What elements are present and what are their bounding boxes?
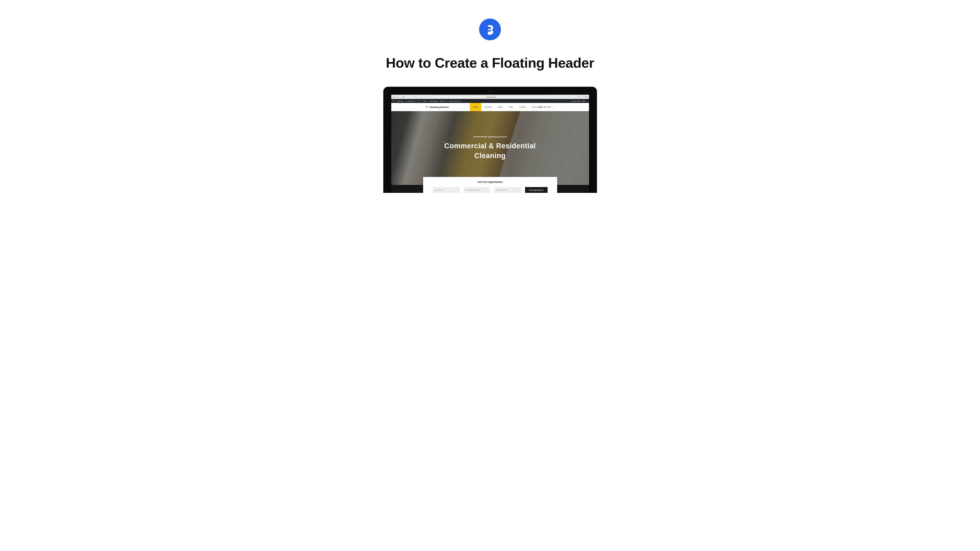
nav-services[interactable]: Services (481, 103, 495, 111)
wp-site-name: Blocksy (398, 100, 404, 102)
hero-section: ↖ Professional cleaning services Commerc… (391, 111, 589, 193)
wp-new-label: New (424, 100, 427, 102)
brush-icon: ✎ (406, 100, 407, 102)
site-name: Cleaning Service (430, 106, 449, 108)
comment-icon: 🗨 (417, 100, 418, 102)
page-container: How to Create a Floating Header ◫ ▾ ‹ › … (0, 0, 980, 551)
appointment-form: Your Name * Your Phone Number * Select S… (433, 187, 547, 193)
browser-toolbar: ◫ ▾ ‹ › ◐ blocksy.local ⟳ ⇪ + ⊞ (391, 95, 589, 99)
url-bar[interactable]: blocksy.local (435, 95, 547, 98)
service-placeholder: Select Service * (496, 189, 508, 191)
site-header: ✦. Cleaning Service Home Services About … (391, 103, 589, 111)
edit-icon: ✎ (429, 100, 430, 102)
sparkle-icon: ✦. (426, 106, 428, 108)
wp-howdy-link[interactable]: Howdy, admin (571, 100, 585, 102)
hero: ↖ Professional cleaning services Commerc… (391, 111, 589, 185)
header-right: Call us: (123) 4567 890 ⌕ (532, 106, 555, 108)
wp-admin-right: Howdy, admin ⌕ (571, 100, 587, 102)
wp-search-icon[interactable]: ⌕ (586, 100, 587, 102)
tabs-icon[interactable]: ⊞ (585, 96, 587, 98)
wp-howdy-label: Howdy, admin (571, 100, 581, 102)
cursor-icon: ↖ (444, 141, 445, 143)
wp-admin-bar: ⓦ ⌂ Blocksy ✎ Customize 🗨 0 + (391, 99, 589, 103)
wp-customize-link[interactable]: ✎ Customize (406, 100, 415, 102)
new-tab-icon[interactable]: + (583, 96, 584, 98)
wp-wpforms-link[interactable]: WPForms (440, 100, 447, 102)
sidebar-toggle-icon[interactable]: ◫ (393, 96, 395, 98)
call-us-text: Call us: (123) 4567 890 (532, 106, 551, 108)
wp-edit-page-link[interactable]: ✎ Edit Page (429, 100, 438, 102)
book-appointment-button[interactable]: Book Appointment (525, 187, 547, 193)
forward-icon[interactable]: › (401, 96, 402, 98)
url-text: blocksy.local (486, 96, 496, 98)
chevron-down-icon: ▾ (519, 189, 519, 191)
browser-nav-controls: ◫ ▾ ‹ › (393, 96, 402, 98)
page-title: How to Create a Floating Header (386, 55, 594, 71)
name-input[interactable]: Your Name * (433, 187, 460, 193)
appointment-title: Get Free Appointment (433, 181, 547, 183)
phone-placeholder: Your Phone Number * (466, 189, 481, 191)
hero-title-line2: Cleaning (444, 151, 536, 160)
wp-site-link[interactable]: ⌂ Blocksy (396, 100, 404, 102)
hero-subtitle: Professional cleaning services (444, 135, 536, 138)
service-select[interactable]: Select Service * ▾ (494, 187, 521, 193)
monitor-frame: ◫ ▾ ‹ › ◐ blocksy.local ⟳ ⇪ + ⊞ (383, 87, 597, 193)
main-nav: Home Services About Blog Contact (470, 103, 529, 111)
wp-edit-page-label: Edit Page (431, 100, 438, 102)
hero-content: Professional cleaning services Commercia… (444, 135, 536, 160)
hero-title: Commercial & Residential Cleaning (444, 141, 536, 160)
hero-title-line1: Commercial & Residential (444, 141, 536, 151)
call-rest: ) 4567 890 (542, 106, 551, 108)
back-icon[interactable]: ‹ (399, 96, 400, 98)
nav-about[interactable]: About (495, 103, 506, 111)
call-prefix: Call us: (532, 106, 538, 108)
blocksy-logo (479, 19, 501, 40)
screen: ◫ ▾ ‹ › ◐ blocksy.local ⟳ ⇪ + ⊞ (391, 95, 589, 193)
search-icon[interactable]: ⌕ (553, 106, 555, 108)
plus-icon: + (422, 100, 423, 102)
monitor-camera (489, 91, 491, 92)
nav-blog[interactable]: Blog (506, 103, 516, 111)
share-icon[interactable]: ⇪ (580, 96, 582, 98)
wp-hooks-link[interactable]: Hooks Locations (449, 100, 461, 102)
blocksy-logo-icon (485, 24, 495, 35)
reload-icon[interactable]: ⟳ (578, 96, 579, 98)
call-bold: (123 (538, 106, 542, 108)
home-icon: ⌂ (396, 100, 398, 102)
site-logo[interactable]: ✦. Cleaning Service (426, 106, 449, 108)
wp-customize-label: Customize (407, 100, 415, 102)
avatar-icon (583, 100, 585, 102)
wp-comments-link[interactable]: 🗨 0 (417, 100, 420, 102)
name-placeholder: Your Name * (435, 189, 444, 191)
phone-input[interactable]: Your Phone Number * (463, 187, 490, 193)
wp-admin-left: ⓦ ⌂ Blocksy ✎ Customize 🗨 0 + (393, 100, 461, 102)
wp-logo-icon[interactable]: ⓦ (393, 100, 395, 102)
appointment-wrap: Get Free Appointment Your Name * Your Ph… (391, 177, 589, 193)
browser-right-controls: ⇪ + ⊞ (580, 96, 587, 98)
wp-comments-count: 0 (419, 100, 420, 102)
nav-contact[interactable]: Contact (516, 103, 529, 111)
shield-icon[interactable]: ◐ (403, 96, 404, 98)
dropdown-icon[interactable]: ▾ (396, 96, 397, 98)
nav-home[interactable]: Home (470, 103, 481, 111)
appointment-card: Get Free Appointment Your Name * Your Ph… (423, 177, 557, 193)
wp-new-link[interactable]: + New (422, 100, 427, 102)
